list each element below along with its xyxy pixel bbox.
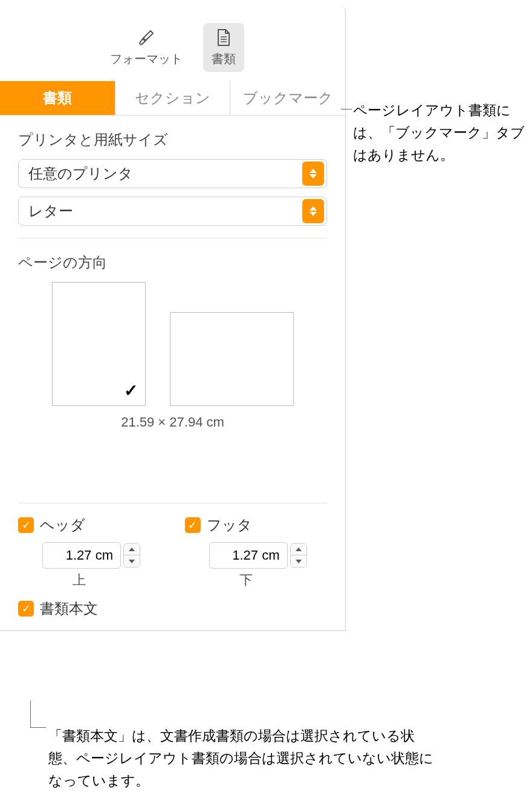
- orientation-portrait[interactable]: ✓: [52, 282, 146, 406]
- tab-bookmark[interactable]: ブックマーク: [230, 81, 345, 115]
- footer-label: フッタ: [207, 515, 252, 535]
- orientation-landscape[interactable]: [170, 312, 294, 406]
- checkmark-icon: ✓: [124, 381, 138, 401]
- stepper-down-icon[interactable]: [124, 555, 140, 567]
- tab-section[interactable]: セクション: [115, 81, 231, 115]
- footer-stepper[interactable]: [290, 543, 307, 567]
- callout-leader-line: [30, 727, 46, 728]
- header-footer-section: ✓ ヘッダ 1.27 cm 上 ✓ フッタ 1.27 cm: [0, 515, 345, 589]
- stepper-up-icon[interactable]: [124, 544, 140, 555]
- paper-value: レター: [28, 201, 73, 221]
- document-inspector-panel: フォーマット 書類 書類 セクション ブックマーク プリンタと用紙サイズ 任意の…: [0, 5, 346, 631]
- header-margin-input[interactable]: 1.27 cm: [42, 542, 121, 569]
- popup-arrows-icon: [302, 162, 324, 186]
- callout-leader-line: [30, 701, 31, 727]
- callout-body-note: 「書類本文」は、文書作成書類の場合は選択されている状態、ページレイアウト書類の場…: [48, 725, 435, 791]
- document-icon: [214, 28, 233, 47]
- printer-value: 任意のプリンタ: [28, 164, 133, 183]
- callout-bookmark-note: ページレイアウト書類には、「ブックマーク」タブはありません。: [353, 99, 528, 166]
- paintbrush-icon: [137, 28, 156, 47]
- document-toolbar-button[interactable]: 書類: [203, 23, 244, 72]
- stepper-down-icon[interactable]: [291, 555, 307, 567]
- header-sublabel: 上: [73, 571, 161, 589]
- format-label: フォーマット: [110, 51, 183, 67]
- header-checkbox[interactable]: ✓: [18, 517, 34, 533]
- orientation-title: ページの方向: [18, 253, 327, 272]
- stepper-up-icon[interactable]: [291, 544, 307, 555]
- callout-leader-line: [341, 109, 352, 110]
- footer-margin-input[interactable]: 1.27 cm: [209, 542, 288, 569]
- header-label: ヘッダ: [40, 515, 85, 535]
- document-label: 書類: [212, 51, 236, 67]
- printer-paper-title: プリンタと用紙サイズ: [18, 130, 327, 149]
- orientation-section: ページの方向 ✓ 21.59 × 27.94 cm: [0, 238, 345, 430]
- document-body-checkbox[interactable]: ✓: [18, 601, 34, 616]
- footer-checkbox[interactable]: ✓: [185, 517, 201, 533]
- document-body-label: 書類本文: [40, 599, 98, 618]
- inspector-toolbar: フォーマット 書類: [0, 5, 345, 81]
- popup-arrows-icon: [302, 199, 324, 223]
- header-stepper[interactable]: [123, 543, 140, 567]
- printer-paper-section: プリンタと用紙サイズ 任意のプリンタ レター: [0, 116, 345, 226]
- page-dimensions: 21.59 × 27.94 cm: [18, 414, 327, 430]
- divider: [18, 503, 327, 503]
- paper-size-popup[interactable]: レター: [18, 197, 327, 226]
- inspector-tabs: 書類 セクション ブックマーク: [0, 81, 345, 116]
- footer-sublabel: 下: [239, 571, 328, 589]
- format-toolbar-button[interactable]: フォーマット: [102, 23, 191, 72]
- tab-document[interactable]: 書類: [0, 81, 115, 115]
- printer-popup[interactable]: 任意のプリンタ: [18, 159, 327, 188]
